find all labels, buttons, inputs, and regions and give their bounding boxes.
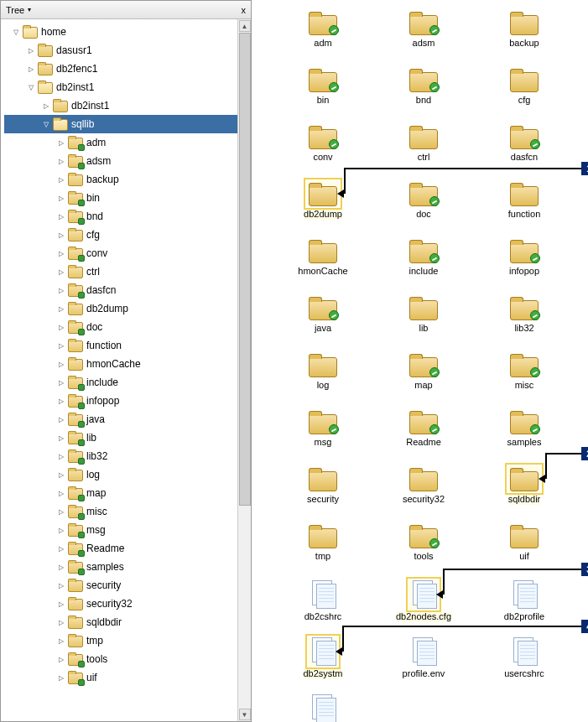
collapse-icon[interactable]: ▽ (26, 84, 36, 91)
expand-icon[interactable]: ▷ (56, 379, 66, 387)
tree-item-dasusr1[interactable]: ▷dasusr1 (4, 41, 237, 60)
folder-item-lib32[interactable]: lib32 (478, 295, 570, 347)
scroll-track[interactable] (239, 33, 251, 708)
tree-item-map[interactable]: ▷map (4, 484, 237, 502)
expand-icon[interactable]: ▷ (56, 324, 66, 331)
folder-item-infopop[interactable]: infopop (478, 238, 570, 290)
folder-item-adm[interactable]: adm (277, 10, 369, 62)
expand-icon[interactable]: ▷ (56, 619, 66, 626)
folder-item-misc[interactable]: misc (478, 352, 570, 404)
scroll-up-icon[interactable]: ▲ (239, 20, 251, 32)
tree-item-hmonCache[interactable]: ▷hmonCache (4, 355, 237, 373)
folder-item-backup[interactable]: backup (478, 10, 570, 62)
collapse-icon[interactable]: ▽ (41, 121, 51, 128)
file-item-db2cshrc[interactable]: db2cshrc (277, 580, 369, 632)
folder-item-samples[interactable]: samples (478, 409, 570, 461)
tree-item-db2dump[interactable]: ▷db2dump (4, 299, 237, 318)
folder-item-conv[interactable]: conv (277, 124, 369, 176)
folder-item-uif[interactable]: uif (478, 523, 570, 575)
tree-item-ctrl[interactable]: ▷ctrl (4, 262, 237, 281)
file-item-db2systm[interactable]: db2systm (277, 637, 369, 689)
tree-item-adsm[interactable]: ▷adsm (4, 152, 237, 170)
file-item-db2profile[interactable]: db2profile (478, 580, 570, 632)
expand-icon[interactable]: ▷ (56, 453, 66, 460)
folder-item-Readme[interactable]: Readme (377, 409, 470, 461)
expand-icon[interactable]: ▷ (56, 342, 66, 350)
folder-item-sqldbdir[interactable]: sqldbdir (478, 466, 570, 518)
expand-icon[interactable]: ▷ (56, 268, 66, 276)
tree-item-bin[interactable]: ▷bin (4, 189, 237, 207)
tree-item-db2fenc1[interactable]: ▷db2fenc1 (4, 60, 237, 78)
folder-item-lib[interactable]: lib (377, 295, 470, 347)
scroll-thumb[interactable] (239, 33, 251, 506)
tree-item-lib32[interactable]: ▷lib32 (4, 447, 237, 465)
folder-item-doc[interactable]: doc (377, 181, 470, 233)
expand-icon[interactable]: ▷ (56, 158, 66, 165)
folder-item-cfg[interactable]: cfg (478, 67, 570, 119)
expand-icon[interactable]: ▷ (56, 600, 66, 608)
tree-item-Readme[interactable]: ▷Readme (4, 539, 237, 558)
tree-item-log[interactable]: ▷log (4, 465, 237, 484)
folder-item-security[interactable]: security (277, 466, 369, 518)
tree-item-infopop[interactable]: ▷infopop (4, 392, 237, 410)
folder-item-db2dump[interactable]: db2dump (277, 181, 369, 233)
expand-icon[interactable]: ▷ (56, 582, 66, 590)
expand-icon[interactable]: ▷ (26, 65, 36, 73)
expand-icon[interactable]: ▷ (56, 545, 66, 553)
tree-item-lib[interactable]: ▷lib (4, 429, 237, 447)
tree-item-conv[interactable]: ▷conv (4, 244, 237, 262)
tree-item-cfg[interactable]: ▷cfg (4, 226, 237, 244)
tree-item-security32[interactable]: ▷security32 (4, 595, 237, 613)
tree-item-include[interactable]: ▷include (4, 373, 237, 392)
folder-item-bnd[interactable]: bnd (377, 67, 470, 119)
scroll-down-icon[interactable]: ▼ (239, 709, 251, 720)
folder-item-map[interactable]: map (377, 352, 470, 404)
expand-icon[interactable]: ▷ (56, 508, 66, 516)
expand-icon[interactable]: ▷ (56, 213, 66, 221)
expand-icon[interactable]: ▷ (56, 231, 66, 239)
tree-item-misc[interactable]: ▷misc (4, 502, 237, 521)
expand-icon[interactable]: ▷ (56, 674, 66, 682)
expand-icon[interactable]: ▷ (56, 195, 66, 202)
file-item-userprofile[interactable]: userprofile (277, 694, 369, 722)
file-item-profile-env[interactable]: profile.env (377, 637, 470, 689)
folder-item-tools[interactable]: tools (377, 523, 470, 575)
tree-item-home[interactable]: ▽home (4, 23, 237, 41)
folder-item-dasfcn[interactable]: dasfcn (478, 124, 570, 176)
tree-item-msg[interactable]: ▷msg (4, 521, 237, 539)
tree-item-adm[interactable]: ▷adm (4, 133, 237, 152)
file-item-db2nodes-cfg[interactable]: db2nodes.cfg (377, 580, 470, 632)
tree-item-doc[interactable]: ▷doc (4, 318, 237, 336)
expand-icon[interactable]: ▷ (56, 564, 66, 571)
expand-icon[interactable]: ▷ (56, 287, 66, 294)
tree-item-java[interactable]: ▷java (4, 410, 237, 429)
expand-icon[interactable]: ▷ (56, 527, 66, 534)
expand-icon[interactable]: ▷ (56, 397, 66, 405)
expand-icon[interactable]: ▷ (56, 176, 66, 184)
expand-icon[interactable]: ▷ (41, 102, 51, 110)
expand-icon[interactable]: ▷ (56, 490, 66, 497)
expand-icon[interactable]: ▷ (56, 637, 66, 645)
tree-item-function[interactable]: ▷function (4, 336, 237, 355)
tree-item-samples[interactable]: ▷samples (4, 558, 237, 576)
folder-item-function[interactable]: function (478, 181, 570, 233)
expand-icon[interactable]: ▷ (56, 656, 66, 663)
folder-item-tmp[interactable]: tmp (277, 523, 369, 575)
folder-item-msg[interactable]: msg (277, 409, 369, 461)
folder-item-include[interactable]: include (377, 238, 470, 290)
tree-item-security[interactable]: ▷security (4, 576, 237, 595)
tree-item-dasfcn[interactable]: ▷dasfcn (4, 281, 237, 299)
tree-item-bnd[interactable]: ▷bnd (4, 207, 237, 226)
expand-icon[interactable]: ▷ (56, 361, 66, 368)
dropdown-icon[interactable]: ▾ (28, 6, 31, 13)
tree-item-db2inst1b[interactable]: ▷db2inst1 (4, 96, 237, 115)
scrollbar[interactable]: ▲ ▼ (237, 19, 251, 721)
expand-icon[interactable]: ▷ (56, 250, 66, 257)
expand-icon[interactable]: ▷ (56, 416, 66, 423)
tree-item-tmp[interactable]: ▷tmp (4, 631, 237, 650)
folder-item-ctrl[interactable]: ctrl (377, 124, 470, 176)
folder-item-adsm[interactable]: adsm (377, 10, 470, 62)
folder-item-log[interactable]: log (277, 352, 369, 404)
tree-item-backup[interactable]: ▷backup (4, 170, 237, 189)
expand-icon[interactable]: ▷ (56, 305, 66, 313)
